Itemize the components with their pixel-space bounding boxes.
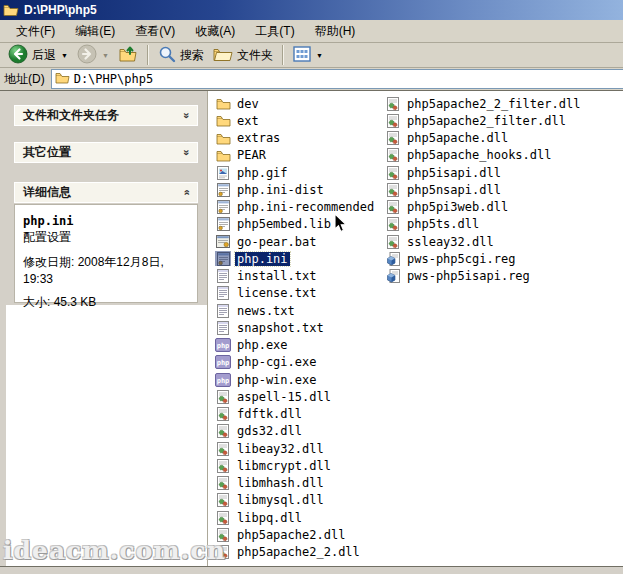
file-item[interactable]: phpphp-win.exe xyxy=(215,371,385,388)
file-item[interactable]: php5apache.dll xyxy=(385,130,623,147)
file-name: pws-php5isapi.reg xyxy=(405,269,532,283)
file-item[interactable]: phpphp.exe xyxy=(215,337,385,354)
forward-icon xyxy=(77,44,97,67)
folder-icon xyxy=(215,131,231,146)
text-file-icon xyxy=(215,303,231,318)
file-item[interactable]: phpphp-cgi.exe xyxy=(215,354,385,371)
address-input[interactable]: D:\PHP\php5 xyxy=(51,69,623,89)
back-button[interactable]: 后退 ▼ xyxy=(4,43,72,67)
file-name: php5apache2_filter.dll xyxy=(405,114,568,128)
file-item[interactable]: php5apache2_filter.dll xyxy=(385,112,623,129)
file-item[interactable]: php5apache_hooks.dll xyxy=(385,147,623,164)
details-modified-time: 19:33 xyxy=(23,272,189,286)
file-name: snapshot.txt xyxy=(235,321,326,335)
folder-icon xyxy=(215,96,231,111)
file-item[interactable]: pws-php5cgi.reg xyxy=(385,250,623,267)
panel-details[interactable]: 详细信息 » xyxy=(14,182,198,203)
file-name: php5isapi.dll xyxy=(405,166,503,180)
views-button[interactable]: ▼ xyxy=(289,43,327,67)
file-item[interactable]: libmysql.dll xyxy=(215,492,385,509)
file-name: gds32.dll xyxy=(235,424,304,438)
details-filename: php.ini xyxy=(23,214,189,228)
file-list-column-1: devextextrasPEARphp.gifphp.ini-distphp.i… xyxy=(215,95,385,561)
file-name: go-pear.bat xyxy=(235,235,318,249)
file-name: license.txt xyxy=(235,286,318,300)
menu-item-5[interactable]: 帮助(H) xyxy=(305,20,366,43)
file-name: libeay32.dll xyxy=(235,442,326,456)
file-item[interactable]: license.txt xyxy=(215,285,385,302)
menu-item-4[interactable]: 工具(T) xyxy=(245,20,304,43)
file-item[interactable]: PEAR xyxy=(215,147,385,164)
pane-divider[interactable] xyxy=(207,91,208,566)
file-item[interactable]: php.gif xyxy=(215,164,385,181)
file-name: libpq.dll xyxy=(235,511,304,525)
search-button[interactable]: 搜索 xyxy=(154,43,208,67)
file-item[interactable]: php5apache2_2.dll xyxy=(215,544,385,561)
file-name: php.gif xyxy=(235,166,290,180)
file-item[interactable]: php.ini-recommended xyxy=(215,199,385,216)
menu-item-3[interactable]: 收藏(A) xyxy=(185,20,245,43)
file-item[interactable]: libpq.dll xyxy=(215,509,385,526)
file-item[interactable]: fdftk.dll xyxy=(215,406,385,423)
panel-file-tasks[interactable]: 文件和文件夹任务 » xyxy=(14,105,198,126)
views-dropdown-icon[interactable]: ▼ xyxy=(316,52,323,59)
file-item[interactable]: php5apache2_2_filter.dll xyxy=(385,95,623,112)
file-item[interactable]: snapshot.txt xyxy=(215,319,385,336)
file-item[interactable]: libmcrypt.dll xyxy=(215,457,385,474)
panel-title: 文件和文件夹任务 xyxy=(23,107,119,124)
folder-icon xyxy=(215,113,231,128)
file-item[interactable]: aspell-15.dll xyxy=(215,388,385,405)
file-item[interactable]: news.txt xyxy=(215,302,385,319)
file-item[interactable]: libmhash.dll xyxy=(215,475,385,492)
file-item[interactable]: php5apache2.dll xyxy=(215,526,385,543)
chevron-up-icon[interactable]: » xyxy=(180,189,191,195)
svg-text:php: php xyxy=(217,377,230,385)
file-item[interactable]: ext xyxy=(215,112,385,129)
views-icon xyxy=(293,46,311,65)
ini-file-icon xyxy=(215,182,231,197)
file-item[interactable]: php5isapi.dll xyxy=(385,164,623,181)
file-item[interactable]: gds32.dll xyxy=(215,423,385,440)
file-item[interactable]: ssleay32.dll xyxy=(385,233,623,250)
folders-button[interactable]: 文件夹 xyxy=(209,43,277,67)
forward-dropdown-icon[interactable]: ▼ xyxy=(102,52,109,59)
ini-file-icon xyxy=(215,200,231,215)
panel-other-places[interactable]: 其它位置 » xyxy=(14,142,198,163)
menu-item-0[interactable]: 文件(F) xyxy=(6,20,65,43)
file-item[interactable]: php.ini-dist xyxy=(215,181,385,198)
bat-file-icon xyxy=(215,234,231,249)
dll-file-icon xyxy=(385,131,401,146)
file-name: php.ini xyxy=(235,252,290,266)
file-item[interactable]: php5pi3web.dll xyxy=(385,199,623,216)
file-item[interactable]: go-pear.bat xyxy=(215,233,385,250)
dll-file-icon xyxy=(215,458,231,473)
file-item[interactable]: libeay32.dll xyxy=(215,440,385,457)
chevron-down-icon[interactable]: » xyxy=(180,112,191,118)
menu-item-2[interactable]: 查看(V) xyxy=(125,20,185,43)
file-item[interactable]: dev xyxy=(215,95,385,112)
back-dropdown-icon[interactable]: ▼ xyxy=(61,52,68,59)
file-item[interactable]: php5ts.dll xyxy=(385,216,623,233)
up-button[interactable] xyxy=(114,43,142,67)
dll-file-icon xyxy=(385,96,401,111)
file-item[interactable]: pws-php5isapi.reg xyxy=(385,268,623,285)
title-bar[interactable]: D:\PHP\php5 xyxy=(0,0,623,20)
file-name: dev xyxy=(235,97,261,111)
file-name: php-win.exe xyxy=(235,373,318,387)
dll-file-icon xyxy=(385,200,401,215)
php-exe-icon: php xyxy=(215,338,231,353)
chevron-down-icon[interactable]: » xyxy=(180,149,191,155)
file-item[interactable]: php5nsapi.dll xyxy=(385,181,623,198)
file-item[interactable]: extras xyxy=(215,130,385,147)
panel-title: 其它位置 xyxy=(23,144,71,161)
dll-file-icon xyxy=(215,407,231,422)
menu-item-1[interactable]: 编辑(E) xyxy=(65,20,125,43)
dll-file-icon xyxy=(385,234,401,249)
forward-button[interactable]: ▼ xyxy=(73,43,113,67)
file-name: extras xyxy=(235,131,282,145)
file-item[interactable]: php5embed.lib xyxy=(215,216,385,233)
file-item[interactable]: install.txt xyxy=(215,268,385,285)
file-name: php5apache.dll xyxy=(405,131,510,145)
file-item[interactable]: php.ini xyxy=(215,250,385,267)
file-name: ext xyxy=(235,114,261,128)
